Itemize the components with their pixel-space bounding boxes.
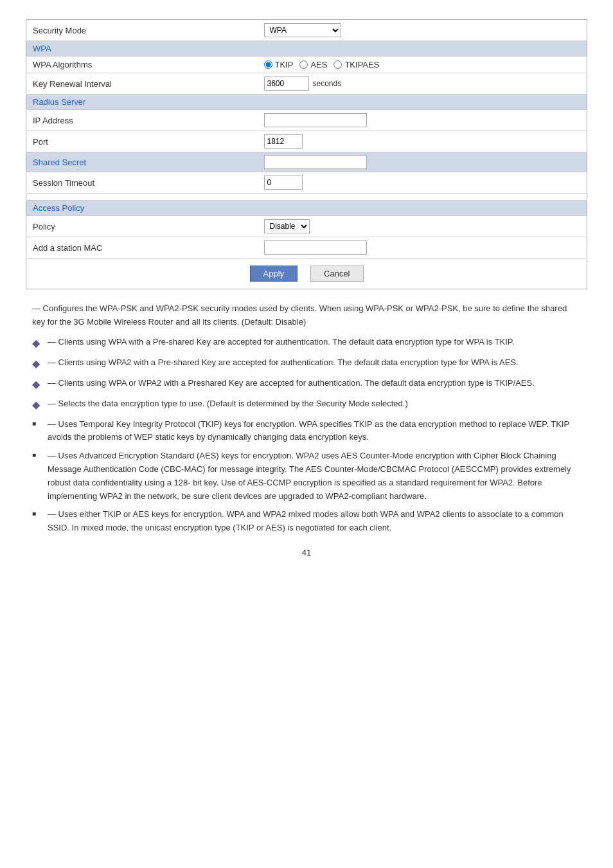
add-station-mac-cell [258, 237, 587, 258]
config-form-table: Security Mode WPA WPA WPA Algorithms TKI… [26, 19, 587, 289]
wpa-algorithms-radio-group: TKIP AES TKIPAES [264, 60, 581, 69]
bullet-item-0: ◆ — Clients using WPA with a Pre-shared … [26, 336, 587, 351]
port-label: Port [26, 131, 258, 152]
shared-secret-label: Shared Secret [26, 152, 258, 172]
add-station-mac-input[interactable] [264, 240, 367, 255]
bullet-item-3: ◆ — Selects the data encryption type to … [26, 397, 587, 413]
sub-bullet-text-2: — Uses either TKIP or AES keys for encry… [48, 508, 581, 535]
key-renewal-cell: seconds [258, 73, 587, 95]
radio-aes-input[interactable] [299, 60, 308, 69]
radio-aes-label: AES [310, 60, 327, 69]
radio-tkip-label: TKIP [275, 60, 294, 69]
radio-tkip-input[interactable] [264, 60, 272, 69]
ip-address-label: IP Address [26, 110, 258, 131]
port-input[interactable] [264, 134, 303, 149]
session-timeout-label: Session Timeout [26, 172, 258, 194]
sub-bullet-text-0: — Uses Temporal Key Integrity Protocol (… [48, 418, 581, 445]
key-renewal-group: seconds [264, 77, 581, 91]
sub-bullet-item-2: ■ — Uses either TKIP or AES keys for enc… [26, 508, 587, 535]
button-row: Apply Cancel [26, 258, 587, 289]
security-mode-label: Security Mode [26, 20, 258, 41]
intro-text: — Configures the WPA-PSK and WPA2-PSK se… [32, 302, 581, 329]
square-bullet-1: ■ [32, 449, 41, 461]
sub-bullet-item-0: ■ — Uses Temporal Key Integrity Protocol… [26, 418, 587, 445]
shared-secret-input[interactable] [264, 155, 367, 169]
square-bullet-0: ■ [32, 418, 41, 429]
radius-server-header: Radius Server [26, 95, 587, 110]
wpa-section-header: WPA [26, 41, 587, 57]
seconds-label: seconds [313, 79, 342, 88]
radio-tkip[interactable]: TKIP [264, 60, 294, 69]
security-mode-cell: WPA [258, 20, 587, 41]
add-station-mac-label: Add a station MAC [26, 237, 258, 258]
session-timeout-input[interactable] [264, 176, 303, 190]
ip-address-input[interactable] [264, 113, 367, 127]
access-policy-header: Access Policy [26, 201, 587, 216]
ip-address-cell [258, 110, 587, 131]
diamond-bullet-3: ◆ [32, 397, 41, 413]
wpa-algorithms-cell: TKIP AES TKIPAES [258, 57, 587, 73]
bullet-item-1: ◆ — Clients using WPA2 with a Pre-shared… [26, 356, 587, 372]
sub-bullet-item-1: ■ — Uses Advanced Encryption Standard (A… [26, 449, 587, 503]
wpa-algorithms-label: WPA Algorithms [26, 57, 258, 73]
spacer-row [26, 194, 587, 201]
security-mode-select[interactable]: WPA [264, 23, 341, 37]
bullet-text-2: — Clients using WPA or WPA2 with a Presh… [48, 377, 535, 390]
diamond-bullet-2: ◆ [32, 377, 41, 392]
apply-button[interactable]: Apply [250, 266, 298, 282]
policy-cell: Disable Enable [258, 216, 587, 237]
radio-tkipaes-input[interactable] [333, 60, 342, 69]
session-timeout-cell [258, 172, 587, 194]
bullet-item-2: ◆ — Clients using WPA or WPA2 with a Pre… [26, 377, 587, 392]
shared-secret-cell [258, 152, 587, 172]
bullet-text-1: — Clients using WPA2 with a Pre-shared K… [48, 356, 519, 370]
policy-label: Policy [26, 216, 258, 237]
port-cell [258, 131, 587, 152]
radio-tkipaes[interactable]: TKIPAES [333, 60, 379, 69]
sub-bullet-text-1: — Uses Advanced Encryption Standard (AES… [48, 449, 581, 503]
diamond-bullet-1: ◆ [32, 356, 41, 372]
description-intro: — Configures the WPA-PSK and WPA2-PSK se… [26, 302, 587, 329]
page-number-text: 41 [302, 548, 311, 557]
square-bullet-2: ■ [32, 508, 41, 520]
page-number: 41 [26, 548, 587, 557]
policy-select[interactable]: Disable Enable [264, 219, 310, 233]
bullet-text-0: — Clients using WPA with a Pre-shared Ke… [48, 336, 514, 349]
radio-aes[interactable]: AES [299, 60, 327, 69]
diamond-bullet-0: ◆ [32, 336, 41, 351]
key-renewal-label: Key Renewal Interval [26, 73, 258, 95]
radio-tkipaes-label: TKIPAES [344, 60, 379, 69]
key-renewal-input[interactable] [264, 77, 309, 91]
cancel-button[interactable]: Cancel [310, 266, 363, 282]
bullet-text-3: — Selects the data encryption type to us… [48, 397, 408, 411]
